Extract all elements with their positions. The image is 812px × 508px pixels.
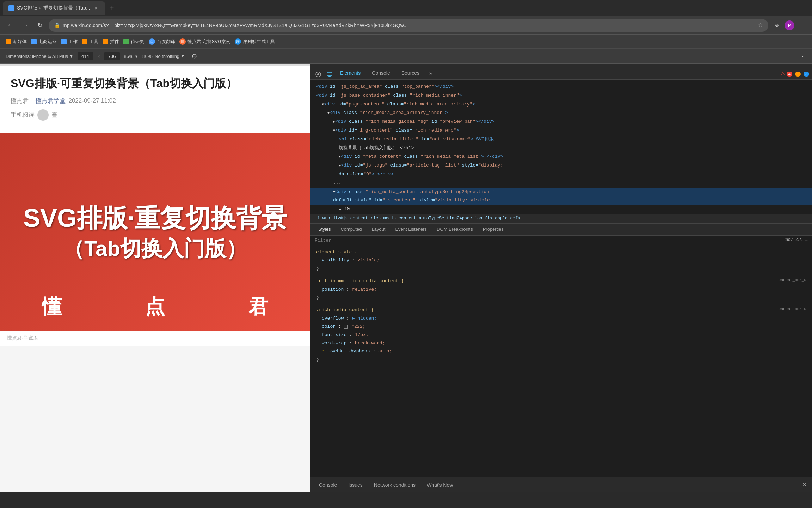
bookmark-avatar: 百 <box>149 38 155 45</box>
error-badge: ⚠ 4 <box>781 71 792 77</box>
add-style[interactable]: + <box>805 237 808 243</box>
css-property-line[interactable]: color : #222; <box>316 322 806 331</box>
rotate-button[interactable]: ⊖ <box>192 52 197 60</box>
active-tab[interactable]: SVG排版·可重复切换背景（Tab... × <box>3 1 105 15</box>
dom-line[interactable]: <h1 class="rich_media_title " id="activi… <box>310 135 812 144</box>
tab-close-button[interactable]: × <box>93 5 99 11</box>
bottom-tab-issues[interactable]: Issues <box>345 481 365 489</box>
article-container: SVG排版·可重复切换背景（Tab切换入门版） 懂点君 | 懂点君学堂 2022… <box>0 66 310 346</box>
author-label[interactable]: 懂点君学堂 <box>36 97 66 105</box>
dom-line[interactable]: ... <box>310 179 812 188</box>
mobile-frame[interactable]: SVG排版·可重复切换背景（Tab切换入门版） 懂点君 | 懂点君学堂 2022… <box>0 66 310 492</box>
css-selector-line[interactable]: .not_in_mm .rich_media_content { tencent… <box>316 277 806 285</box>
css-property-line[interactable]: font-size : 17px; <box>316 331 806 339</box>
tab-console[interactable]: Console <box>366 67 395 79</box>
dom-line[interactable]: ▶<div class="rich_media_global_msg" id="… <box>310 117 812 126</box>
css-rules-panel[interactable]: element.style { visibility : visible; } … <box>310 245 812 477</box>
bookmark-dongdianjun[interactable]: 懂 懂点君·定制SVG案例 <box>179 38 230 45</box>
bookmark-star[interactable]: ☆ <box>758 22 763 29</box>
bookmark-baidu-fanyi[interactable]: 百 百度翻译 <box>149 38 175 45</box>
bookmark-chajian[interactable]: 插件 <box>103 38 119 45</box>
bookmark-daiyanjiu[interactable]: 待研究 <box>123 38 144 45</box>
bookmark-xulizheng[interactable]: 序 序列帧生成工具 <box>235 38 275 45</box>
height-input[interactable] <box>104 52 120 60</box>
char-dian: 点 <box>145 294 165 320</box>
tab-styles[interactable]: Styles <box>313 224 336 235</box>
css-close-brace: } <box>316 265 806 273</box>
dom-line[interactable]: data-len="0">_</div> <box>310 170 812 179</box>
bottom-tab-whats-new[interactable]: What's New <box>424 481 456 489</box>
forward-button[interactable]: → <box>19 19 31 31</box>
class-filter[interactable]: .cls <box>795 237 802 243</box>
dom-line[interactable]: default_style" id="js_content" style="vi… <box>310 196 812 205</box>
width-input[interactable] <box>78 52 93 60</box>
back-button[interactable]: ← <box>4 19 16 31</box>
bookmark-dianshangyunying[interactable]: 电商运营 <box>31 38 57 45</box>
bottom-tab-network-conditions[interactable]: Network conditions <box>371 481 418 489</box>
dom-tag: <div class="rich_media_content autoTypeS… <box>335 189 495 194</box>
read-count: 靊 <box>51 111 57 119</box>
new-tab-button[interactable]: + <box>106 2 118 14</box>
css-property-line[interactable]: ⚠ -webkit-hyphens : auto; <box>316 347 806 355</box>
tab-title: SVG排版·可重复切换背景（Tab... <box>17 5 90 11</box>
devtools-more-tabs[interactable]: » <box>425 67 437 79</box>
tab-elements[interactable]: Elements <box>334 67 366 79</box>
dom-line-selected[interactable]: ▼<div class="rich_media_content autoType… <box>310 188 812 196</box>
profile-button[interactable]: P <box>785 20 794 30</box>
dom-line[interactable]: ▼<div id="page-content" class="rich_medi… <box>310 100 812 109</box>
extensions-button[interactable]: ⊕ <box>771 20 782 31</box>
filter-input[interactable] <box>315 238 782 243</box>
dom-tree[interactable]: <div id="js_top_ad_area" class="top_bann… <box>310 80 812 214</box>
tab-computed[interactable]: Computed <box>336 224 367 235</box>
filter-bar: :hov .cls + <box>310 236 812 245</box>
tab-properties[interactable]: Properties <box>478 224 509 235</box>
throttle-selector[interactable]: 8696 No throttling ▼ <box>142 54 185 59</box>
dom-line[interactable]: ▼<div id="img-content" class="rich_media… <box>310 126 812 135</box>
css-property-line[interactable]: position : relative; <box>316 285 806 294</box>
refresh-button[interactable]: ↻ <box>34 19 46 31</box>
css-prop: color <box>322 324 336 329</box>
device-selector[interactable]: Dimensions: iPhone 6/7/8 Plus ▼ <box>6 54 73 59</box>
tab-dom-breakpoints[interactable]: DOM Breakpoints <box>432 224 478 235</box>
char-jun: 君 <box>248 294 268 320</box>
dom-line[interactable]: = f0 <box>310 205 812 214</box>
bookmark-xin-meiti[interactable]: 新媒体 <box>6 38 27 45</box>
address-bar[interactable]: 🔒 mp.weixin.qq.com/s?__biz=Mzg2MjgxNzAxN… <box>49 19 768 32</box>
tab-sources[interactable]: Sources <box>396 67 425 79</box>
css-prop: -webkit-hyphens <box>329 349 370 354</box>
css-selector-line[interactable]: .rich_media_content { tencent_por_R <box>316 306 806 314</box>
dom-line[interactable]: ▶<div id="js_tags" class="article-tag__l… <box>310 161 812 170</box>
dom-line[interactable]: <div id="js_base_container" class="rich_… <box>310 91 812 100</box>
dom-line[interactable]: 切换背景（Tab切换入门版） </h1> <box>310 144 812 153</box>
source-label: 懂点君 <box>11 97 29 105</box>
bookmark-gongju[interactable]: 工具 <box>82 38 98 45</box>
css-selector-line[interactable]: element.style { <box>316 248 806 256</box>
bookmark-label: 电商运营 <box>38 38 57 45</box>
dom-breadcrumb: _i_wrp div#js_content.rich_media_content… <box>310 214 812 223</box>
bookmark-avatar: 懂 <box>179 38 186 45</box>
device-toggle-button[interactable] <box>325 69 334 79</box>
css-source: tencent_por_R <box>776 277 806 284</box>
css-prop: position <box>322 287 344 292</box>
nav-actions: ⊕ P ⋮ <box>771 20 808 31</box>
dom-line[interactable]: ▼<div class="rich_media_area_primary_inn… <box>310 109 812 117</box>
hover-filter[interactable]: :hov <box>785 237 793 243</box>
zoom-selector[interactable]: 86% ▼ <box>124 54 139 59</box>
dom-line[interactable]: ▶<div id="meta_content" class="rich_medi… <box>310 152 812 161</box>
menu-button[interactable]: ⋮ <box>796 20 808 31</box>
bookmark-gongzuo[interactable]: 工作 <box>61 38 78 45</box>
bottom-tab-console[interactable]: Console <box>316 481 340 489</box>
article-title: SVG排版·可重复切换背景（Tab切换入门版） <box>11 75 300 91</box>
tab-event-listeners[interactable]: Event Listeners <box>390 224 432 235</box>
css-property-line[interactable]: visibility : visible; <box>316 256 806 264</box>
dom-line[interactable]: <div id="js_top_ad_area" class="top_bann… <box>310 83 812 91</box>
css-property-line[interactable]: word-wrap : break-word; <box>316 339 806 347</box>
css-property-line[interactable]: overflow : ▶ hidden; <box>316 314 806 322</box>
more-options-button[interactable]: ⋮ <box>799 52 806 60</box>
info-count: 3 <box>804 72 809 77</box>
char-dong: 懂 <box>42 294 62 320</box>
bottom-close-button[interactable]: × <box>802 481 806 489</box>
tab-bar: SVG排版·可重复切换背景（Tab... × + <box>0 0 812 16</box>
inspect-element-button[interactable] <box>313 69 323 79</box>
tab-layout[interactable]: Layout <box>367 224 390 235</box>
